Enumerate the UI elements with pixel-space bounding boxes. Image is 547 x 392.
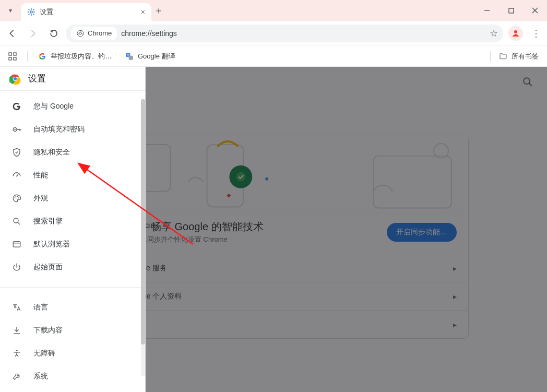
speedometer-icon: [11, 171, 22, 180]
svg-rect-8: [14, 57, 16, 60]
window-minimize-button[interactable]: [475, 0, 499, 21]
tabstrip-chevron-down-icon[interactable]: ▾: [0, 7, 21, 14]
toolbar: Chrome chrome://settings ☆ ⋮: [0, 21, 547, 46]
sidebar-item-privacy-security[interactable]: 隐私和安全: [0, 141, 145, 164]
nav-reload-button[interactable]: [45, 25, 63, 42]
window-close-button[interactable]: [523, 0, 547, 21]
sidebar-item-search-engine[interactable]: 搜索引擎: [0, 210, 145, 233]
key-icon: [11, 124, 22, 135]
sidebar-item-autofill[interactable]: 自动填充和密码: [0, 118, 145, 141]
close-icon[interactable]: ×: [141, 8, 145, 16]
svg-point-0: [30, 11, 32, 13]
new-tab-button[interactable]: ＋: [151, 4, 166, 17]
sidebar-item-default-browser[interactable]: 默认浏览器: [0, 233, 145, 256]
sidebar-item-performance[interactable]: 性能: [0, 164, 145, 187]
sidebar-divider: [0, 287, 145, 288]
sidebar-title: 设置: [28, 73, 46, 85]
sidebar-item-label: 语言: [33, 303, 48, 312]
chrome-color-icon: [9, 73, 21, 85]
sidebar-item-label: 隐私和安全: [33, 148, 70, 157]
google-g-icon: [38, 52, 46, 61]
svg-text:文: 文: [127, 53, 129, 56]
sidebar-header: 设置: [0, 67, 145, 91]
svg-rect-7: [9, 57, 11, 60]
apps-button[interactable]: [5, 50, 20, 63]
gear-icon: [27, 8, 35, 16]
sidebar-group-2: 语言 下载内容 无障碍 系统: [0, 292, 145, 392]
sidebar-group-1: 您与 Google 自动填充和密码 隐私和安全 性能 外观 搜索引擎: [0, 91, 145, 283]
svg-rect-5: [9, 53, 11, 55]
sidebar-item-label: 下载内容: [33, 326, 63, 335]
shield-icon: [11, 148, 22, 157]
sidebar-item-languages[interactable]: 语言: [0, 296, 145, 319]
page-area: 中畅享 Google 的智能技术 上同步并个性化设置 Chrome 开启同步功能…: [0, 67, 547, 392]
power-icon: [11, 263, 22, 272]
bookmarks-bar: 举报垃圾内容、钓… 文 Google 翻译 所有书签: [0, 46, 547, 67]
sidebar-scrollbar-thumb[interactable]: [141, 99, 145, 345]
svg-point-31: [14, 218, 18, 223]
chrome-logo-icon: [76, 29, 85, 38]
bookmark-star-icon[interactable]: ☆: [490, 28, 498, 39]
bookmark-google-translate[interactable]: 文 Google 翻译: [122, 50, 179, 63]
apps-grid-icon: [8, 52, 17, 61]
sidebar-item-system[interactable]: 系统: [0, 365, 145, 388]
kebab-menu-icon[interactable]: ⋮: [528, 28, 544, 39]
sidebar-item-label: 您与 Google: [33, 102, 74, 111]
download-icon: [11, 326, 22, 335]
svg-point-25: [15, 129, 16, 130]
tab-strip: ▾ 设置 × ＋: [0, 0, 547, 21]
sidebar-item-label: 无障碍: [33, 349, 55, 358]
svg-rect-6: [14, 53, 16, 55]
nav-forward-button: [24, 25, 42, 42]
svg-point-30: [18, 198, 19, 199]
nav-back-button[interactable]: [3, 25, 21, 42]
translate-icon: 文: [125, 52, 134, 61]
sidebar-item-label: 性能: [33, 171, 48, 180]
svg-point-33: [16, 350, 18, 351]
sidebar-item-you-and-google[interactable]: 您与 Google: [0, 95, 145, 118]
bookmark-report-spam[interactable]: 举报垃圾内容、钓…: [35, 50, 115, 63]
sidebar-item-label: 系统: [33, 372, 48, 381]
languages-icon: [11, 303, 22, 312]
account-avatar[interactable]: [508, 26, 523, 41]
separator: [27, 51, 28, 62]
svg-point-29: [17, 196, 18, 197]
browser-tab[interactable]: 设置 ×: [21, 3, 151, 21]
palette-icon: [11, 194, 22, 203]
search-icon: [11, 217, 22, 226]
separator: [490, 51, 491, 62]
all-bookmarks-button[interactable]: 所有书签: [496, 50, 542, 63]
wrench-icon: [11, 372, 22, 381]
sidebar-item-label: 搜索引擎: [33, 217, 63, 226]
accessibility-icon: [11, 349, 22, 358]
omnibox[interactable]: Chrome chrome://settings ☆: [66, 25, 503, 42]
url-text: chrome://settings: [121, 29, 177, 38]
sidebar-item-label: 外观: [33, 194, 48, 203]
settings-sidebar: 设置 您与 Google 自动填充和密码 隐私和安全 性能 外观: [0, 67, 145, 392]
sidebar-item-downloads[interactable]: 下载内容: [0, 319, 145, 342]
sidebar-item-appearance[interactable]: 外观: [0, 187, 145, 210]
browser-window-icon: [11, 240, 22, 249]
all-bookmarks-label: 所有书签: [512, 52, 539, 61]
window-controls: [475, 0, 547, 21]
svg-point-27: [15, 198, 16, 199]
svg-rect-32: [13, 242, 20, 247]
site-chip-label: Chrome: [88, 29, 112, 37]
svg-point-28: [16, 196, 17, 197]
sidebar-item-on-startup[interactable]: 起始页面: [0, 256, 145, 279]
sidebar-item-label: 起始页面: [33, 263, 63, 272]
google-g-mono-icon: [11, 102, 22, 111]
tab-title: 设置: [40, 8, 137, 17]
sidebar-item-label: 默认浏览器: [33, 240, 70, 249]
bookmark-label: Google 翻译: [138, 52, 175, 61]
person-icon: [511, 29, 520, 38]
bookmark-label: 举报垃圾内容、钓…: [51, 52, 112, 61]
folder-icon: [499, 52, 507, 61]
sidebar-item-label: 自动填充和密码: [33, 125, 85, 134]
site-chip[interactable]: Chrome: [71, 27, 117, 40]
svg-rect-1: [509, 8, 514, 13]
window-maximize-button[interactable]: [499, 0, 523, 21]
svg-point-26: [16, 176, 17, 177]
sidebar-item-accessibility[interactable]: 无障碍: [0, 342, 145, 365]
svg-point-3: [79, 32, 81, 34]
